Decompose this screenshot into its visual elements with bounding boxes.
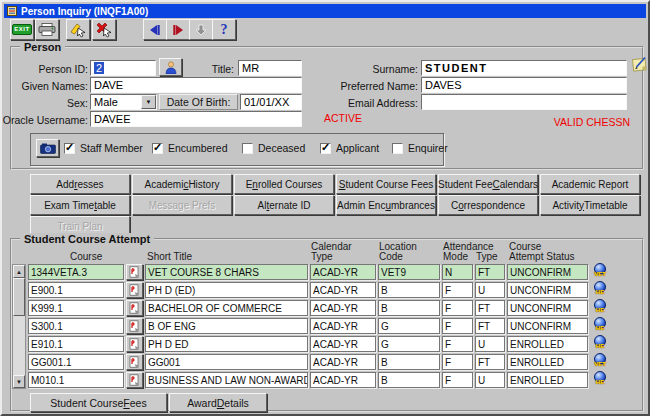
chevron-down-icon[interactable]: ▼ <box>141 95 156 109</box>
preferred-name-field[interactable]: DAVES <box>421 77 627 93</box>
previous-block-button[interactable] <box>143 19 167 40</box>
enrolled-courses-button[interactable]: Enrolled Courses <box>234 174 334 194</box>
date-of-birth-field[interactable]: 01/01/XX <box>240 94 302 110</box>
cell-course[interactable]: S300.1 <box>28 318 124 334</box>
cell-calendar-type[interactable]: ACAD-YR <box>310 354 376 370</box>
cell-location-code[interactable]: B <box>378 282 440 298</box>
title-field[interactable]: MR <box>238 60 302 76</box>
cell-short-title[interactable]: PH D ED <box>145 336 308 352</box>
delete-record-button[interactable] <box>92 19 116 40</box>
print-button[interactable] <box>35 19 59 40</box>
course-detail-button[interactable] <box>126 300 143 316</box>
course-detail-button[interactable] <box>126 354 143 370</box>
cell-attempt-status[interactable]: UNCONFIRM <box>507 282 588 298</box>
cell-attendance-mode[interactable]: F <box>442 318 473 334</box>
cell-course[interactable]: GG001.1 <box>28 354 124 370</box>
person-lookup-button[interactable] <box>159 58 182 76</box>
course-detail-button[interactable] <box>126 318 143 334</box>
cell-location-code[interactable]: VET9 <box>378 264 440 280</box>
cell-attendance-type[interactable]: U <box>475 372 505 388</box>
activity-timetable-button[interactable]: Activity Timetable <box>540 195 640 215</box>
oracle-username-field[interactable]: DAVEE <box>90 111 302 127</box>
cell-location-code[interactable]: G <box>378 336 440 352</box>
enquirer-checkbox[interactable] <box>392 143 403 154</box>
cell-calendar-type[interactable]: ACAD-YR <box>310 372 376 388</box>
cell-short-title[interactable]: VET COURSE 8 CHARS <box>145 264 308 280</box>
award-details-button[interactable]: Award Details <box>169 393 267 412</box>
student-fee-calendars-button[interactable]: Student Fee Calendars <box>438 174 538 194</box>
scrollbar-thumb[interactable] <box>13 278 25 316</box>
exam-timetable-button[interactable]: Exam Timetable <box>30 195 130 215</box>
course-detail-button[interactable] <box>126 336 143 352</box>
cell-attendance-type[interactable]: FT <box>475 300 505 316</box>
student-course-fees-button[interactable]: Student Course Fees <box>336 174 436 194</box>
cell-attendance-mode[interactable]: F <box>442 354 473 370</box>
alternate-id-button[interactable]: Alternate ID <box>234 195 334 215</box>
table-scrollbar[interactable]: ▲ ▼ <box>12 264 26 389</box>
cell-short-title[interactable]: GG001 <box>145 354 308 370</box>
course-detail-button[interactable] <box>126 282 143 298</box>
cell-attempt-status[interactable]: UNCONFIRM <box>507 318 588 334</box>
admin-encumbrances-button[interactable]: Admin Encumbrances <box>336 195 436 215</box>
cell-attempt-status[interactable]: ENROLLED <box>507 336 588 352</box>
cell-short-title[interactable]: BACHELOR OF COMMERCE <box>145 300 308 316</box>
cell-calendar-type[interactable]: ACAD-YR <box>310 318 376 334</box>
deceased-checkbox[interactable] <box>242 143 253 154</box>
staff-member-checkbox[interactable] <box>64 143 75 154</box>
cell-calendar-type[interactable]: ACAD-YR <box>310 264 376 280</box>
scroll-down-icon[interactable]: ▼ <box>13 375 25 388</box>
note-icon[interactable] <box>630 55 649 74</box>
sex-select[interactable]: Male ▼ <box>90 94 157 110</box>
cell-attendance-mode[interactable]: F <box>442 336 473 352</box>
course-detail-button[interactable] <box>126 372 143 388</box>
addresses-button[interactable]: Addresses <box>30 174 130 194</box>
cell-location-code[interactable]: B <box>378 300 440 316</box>
cell-attendance-type[interactable]: FT <box>475 354 505 370</box>
scroll-up-icon[interactable]: ▲ <box>13 265 25 278</box>
clear-record-button[interactable] <box>66 19 90 40</box>
student-course-fees-footer-button[interactable]: Student Course Fees <box>30 393 167 412</box>
photo-button[interactable] <box>36 139 59 157</box>
cell-attendance-mode[interactable]: F <box>442 300 473 316</box>
cell-attempt-status[interactable]: UNCONFIRM <box>507 300 588 316</box>
course-detail-button[interactable] <box>126 264 143 280</box>
cell-attendance-type[interactable]: U <box>475 282 505 298</box>
cell-attendance-type[interactable]: FT <box>475 264 505 280</box>
cell-calendar-type[interactable]: ACAD-YR <box>310 282 376 298</box>
exit-button[interactable]: EXIT <box>10 19 34 40</box>
academic-history-button[interactable]: Academic History <box>132 174 232 194</box>
given-names-field[interactable]: DAVE <box>90 77 302 93</box>
cell-calendar-type[interactable]: ACAD-YR <box>310 300 376 316</box>
cell-attempt-status[interactable]: ENROLLED <box>507 372 588 388</box>
cell-attendance-mode[interactable]: N <box>442 264 473 280</box>
cell-attempt-status[interactable]: UNCONFIRM <box>507 264 588 280</box>
cell-attendance-type[interactable]: FT <box>475 318 505 334</box>
checkbox-staff-member[interactable]: Staff Member <box>64 142 143 154</box>
person-id-field[interactable]: 2 <box>90 60 156 76</box>
checkbox-enquirer[interactable]: Enquirer <box>392 142 448 154</box>
cell-location-code[interactable]: G <box>378 318 440 334</box>
cell-short-title[interactable]: BUSINESS AND LAW NON-AWARD <box>145 372 308 388</box>
applicant-checkbox[interactable] <box>320 143 331 154</box>
cell-attendance-mode[interactable]: F <box>442 372 473 388</box>
checkbox-deceased[interactable]: Deceased <box>242 142 305 154</box>
next-block-button[interactable] <box>166 19 190 40</box>
cell-course[interactable]: 1344VETA.3 <box>28 264 124 280</box>
help-button[interactable]: ? <box>212 19 236 40</box>
correspondence-button[interactable]: Correspondence <box>438 195 538 215</box>
checkbox-applicant[interactable]: Applicant <box>320 142 379 154</box>
encumbered-checkbox[interactable] <box>152 143 163 154</box>
cell-short-title[interactable]: PH D (ED) <box>145 282 308 298</box>
cell-course[interactable]: E910.1 <box>28 336 124 352</box>
cell-short-title[interactable]: B OF ENG <box>145 318 308 334</box>
email-field[interactable] <box>421 94 627 110</box>
cell-attendance-mode[interactable]: F <box>442 282 473 298</box>
cell-location-code[interactable]: B <box>378 354 440 370</box>
cell-course[interactable]: M010.1 <box>28 372 124 388</box>
cell-course[interactable]: E900.1 <box>28 282 124 298</box>
cell-location-code[interactable]: B <box>378 372 440 388</box>
cell-attempt-status[interactable]: ENROLLED <box>507 354 588 370</box>
cell-course[interactable]: K999.1 <box>28 300 124 316</box>
surname-field[interactable]: STUDENT <box>421 60 627 76</box>
academic-report-button[interactable]: Academic Report <box>540 174 640 194</box>
